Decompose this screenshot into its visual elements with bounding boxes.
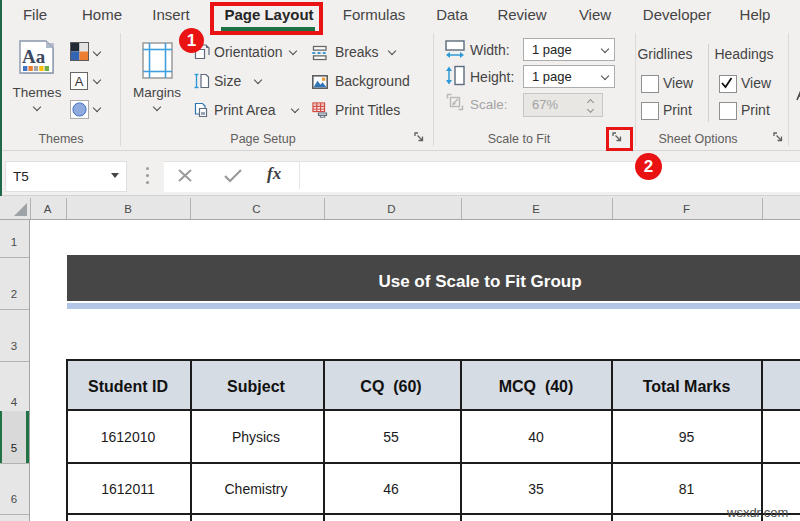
svg-text:A: A [74, 73, 83, 88]
svg-text:Aa: Aa [22, 46, 46, 67]
